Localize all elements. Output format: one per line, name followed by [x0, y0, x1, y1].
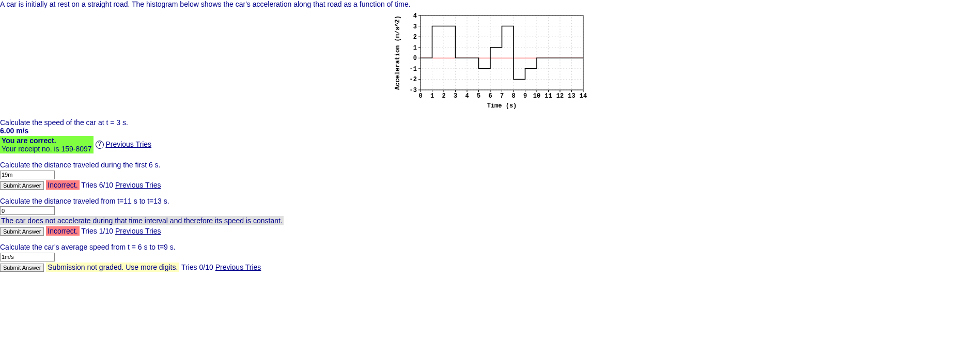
q4-status: Submission not graded. Use more digits. [46, 263, 179, 272]
svg-text:9: 9 [523, 93, 526, 100]
q1-receipt: Your receipt no. is 159-8097 [2, 145, 92, 153]
svg-text:6: 6 [488, 93, 492, 100]
svg-text:Time (s): Time (s) [487, 102, 517, 110]
q3-previous-tries-link[interactable]: Previous Tries [115, 227, 161, 235]
svg-text:12: 12 [556, 93, 563, 100]
svg-text:2: 2 [442, 93, 445, 100]
q1-prompt: Calculate the speed of the car at t = 3 … [0, 118, 980, 127]
q1-correct-line1: You are correct. [2, 136, 56, 145]
q3-status: Incorrect. [46, 226, 79, 236]
question-3: Calculate the distance traveled from t=1… [0, 197, 980, 236]
q1-previous-tries-link[interactable]: Previous Tries [105, 140, 151, 148]
q2-prompt: Calculate the distance traveled during t… [0, 161, 980, 169]
svg-text:-3: -3 [409, 87, 416, 94]
svg-text:10: 10 [533, 93, 540, 100]
svg-text:-2: -2 [409, 76, 416, 83]
svg-text:4: 4 [413, 12, 416, 20]
q2-answer-input[interactable] [0, 171, 55, 179]
svg-text:2: 2 [413, 34, 416, 41]
problem-intro: A car is initially at rest on a straight… [0, 0, 980, 8]
svg-text:5: 5 [476, 93, 480, 100]
question-4: Calculate the car's average speed from t… [0, 243, 980, 272]
svg-text:8: 8 [511, 93, 515, 100]
svg-text:13: 13 [568, 93, 575, 100]
svg-text:0: 0 [418, 93, 422, 100]
q4-submit-button[interactable]: Submit Answer [0, 264, 44, 272]
svg-text:7: 7 [500, 93, 503, 100]
question-1: Calculate the speed of the car at t = 3 … [0, 118, 980, 153]
q2-submit-button[interactable]: Submit Answer [0, 181, 44, 190]
question-2: Calculate the distance traveled during t… [0, 161, 980, 190]
q2-tries: Tries 6/10 [81, 181, 113, 189]
svg-text:11: 11 [545, 93, 552, 100]
svg-text:Acceleration (m/s^2): Acceleration (m/s^2) [394, 16, 401, 90]
q4-previous-tries-link[interactable]: Previous Tries [215, 263, 261, 271]
svg-text:1: 1 [413, 44, 416, 52]
q4-answer-input[interactable] [0, 253, 55, 261]
q3-submit-button[interactable]: Submit Answer [0, 227, 44, 236]
q2-status: Incorrect. [46, 180, 79, 190]
svg-text:3: 3 [453, 93, 457, 100]
q4-tries: Tries 0/10 [181, 263, 213, 271]
svg-text:0: 0 [413, 55, 416, 62]
q2-previous-tries-link[interactable]: Previous Tries [115, 181, 161, 189]
q3-answer-input[interactable] [0, 206, 55, 215]
help-icon[interactable]: ? [96, 141, 104, 149]
q1-correct-feedback: You are correct. Your receipt no. is 159… [0, 136, 94, 153]
acceleration-chart: 01234567891011121314-3-2-101234Time (s)A… [0, 11, 980, 111]
svg-text:4: 4 [465, 93, 469, 100]
svg-text:14: 14 [579, 93, 586, 100]
svg-text:3: 3 [413, 23, 416, 30]
q1-answer: 6.00 m/s [0, 127, 980, 135]
q3-tries: Tries 1/10 [81, 227, 113, 235]
q4-prompt: Calculate the car's average speed from t… [0, 243, 980, 251]
q3-hint: The car does not accelerate during that … [0, 216, 284, 225]
svg-text:1: 1 [430, 93, 433, 100]
svg-text:-1: -1 [409, 66, 416, 73]
q3-prompt: Calculate the distance traveled from t=1… [0, 197, 980, 205]
